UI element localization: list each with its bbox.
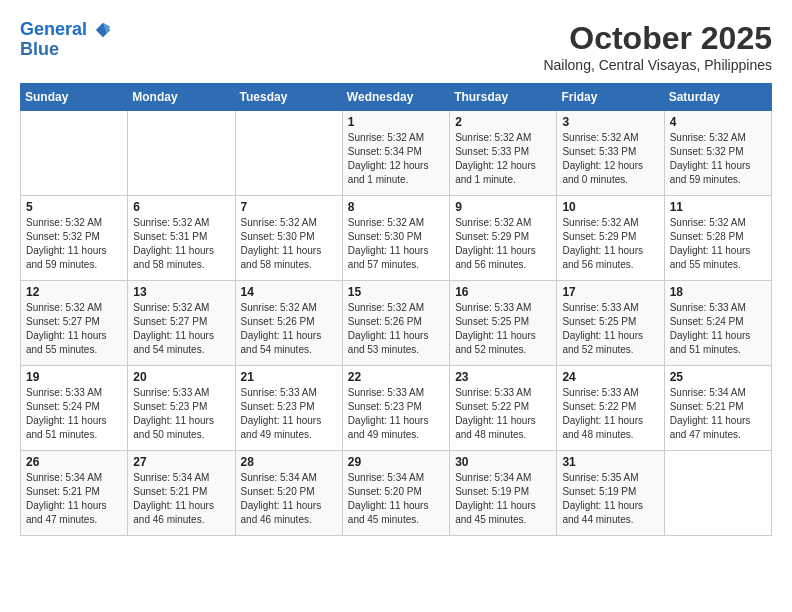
title-area: October 2025 Nailong, Central Visayas, P… [543, 20, 772, 73]
day-detail: Sunrise: 5:34 AM Sunset: 5:21 PM Dayligh… [26, 471, 122, 527]
day-detail: Sunrise: 5:32 AM Sunset: 5:30 PM Dayligh… [241, 216, 337, 272]
day-detail: Sunrise: 5:33 AM Sunset: 5:24 PM Dayligh… [26, 386, 122, 442]
calendar-cell: 10Sunrise: 5:32 AM Sunset: 5:29 PM Dayli… [557, 196, 664, 281]
logo: General Blue [20, 20, 112, 60]
day-number: 8 [348, 200, 444, 214]
day-detail: Sunrise: 5:33 AM Sunset: 5:25 PM Dayligh… [562, 301, 658, 357]
day-number: 31 [562, 455, 658, 469]
calendar-cell: 12Sunrise: 5:32 AM Sunset: 5:27 PM Dayli… [21, 281, 128, 366]
day-number: 5 [26, 200, 122, 214]
day-number: 6 [133, 200, 229, 214]
day-detail: Sunrise: 5:32 AM Sunset: 5:27 PM Dayligh… [133, 301, 229, 357]
day-detail: Sunrise: 5:34 AM Sunset: 5:21 PM Dayligh… [670, 386, 766, 442]
calendar-week-row: 19Sunrise: 5:33 AM Sunset: 5:24 PM Dayli… [21, 366, 772, 451]
day-number: 28 [241, 455, 337, 469]
day-number: 18 [670, 285, 766, 299]
calendar-cell: 19Sunrise: 5:33 AM Sunset: 5:24 PM Dayli… [21, 366, 128, 451]
weekday-header-friday: Friday [557, 84, 664, 111]
day-detail: Sunrise: 5:32 AM Sunset: 5:34 PM Dayligh… [348, 131, 444, 187]
day-detail: Sunrise: 5:34 AM Sunset: 5:20 PM Dayligh… [241, 471, 337, 527]
day-number: 1 [348, 115, 444, 129]
day-number: 20 [133, 370, 229, 384]
logo-blue-text: Blue [20, 40, 112, 60]
day-detail: Sunrise: 5:33 AM Sunset: 5:25 PM Dayligh… [455, 301, 551, 357]
day-detail: Sunrise: 5:34 AM Sunset: 5:20 PM Dayligh… [348, 471, 444, 527]
day-number: 27 [133, 455, 229, 469]
weekday-header-tuesday: Tuesday [235, 84, 342, 111]
calendar-cell: 25Sunrise: 5:34 AM Sunset: 5:21 PM Dayli… [664, 366, 771, 451]
calendar-week-row: 1Sunrise: 5:32 AM Sunset: 5:34 PM Daylig… [21, 111, 772, 196]
calendar-cell: 29Sunrise: 5:34 AM Sunset: 5:20 PM Dayli… [342, 451, 449, 536]
page-header: General Blue October 2025 Nailong, Centr… [20, 20, 772, 73]
calendar-cell: 20Sunrise: 5:33 AM Sunset: 5:23 PM Dayli… [128, 366, 235, 451]
weekday-header-row: SundayMondayTuesdayWednesdayThursdayFrid… [21, 84, 772, 111]
calendar-cell: 31Sunrise: 5:35 AM Sunset: 5:19 PM Dayli… [557, 451, 664, 536]
day-number: 14 [241, 285, 337, 299]
day-detail: Sunrise: 5:32 AM Sunset: 5:26 PM Dayligh… [348, 301, 444, 357]
day-number: 25 [670, 370, 766, 384]
day-detail: Sunrise: 5:32 AM Sunset: 5:28 PM Dayligh… [670, 216, 766, 272]
day-detail: Sunrise: 5:32 AM Sunset: 5:29 PM Dayligh… [562, 216, 658, 272]
calendar-week-row: 26Sunrise: 5:34 AM Sunset: 5:21 PM Dayli… [21, 451, 772, 536]
location-title: Nailong, Central Visayas, Philippines [543, 57, 772, 73]
day-detail: Sunrise: 5:33 AM Sunset: 5:23 PM Dayligh… [348, 386, 444, 442]
day-detail: Sunrise: 5:33 AM Sunset: 5:23 PM Dayligh… [133, 386, 229, 442]
calendar-cell: 21Sunrise: 5:33 AM Sunset: 5:23 PM Dayli… [235, 366, 342, 451]
month-title: October 2025 [543, 20, 772, 57]
day-detail: Sunrise: 5:33 AM Sunset: 5:23 PM Dayligh… [241, 386, 337, 442]
day-detail: Sunrise: 5:33 AM Sunset: 5:24 PM Dayligh… [670, 301, 766, 357]
calendar-cell [664, 451, 771, 536]
day-number: 17 [562, 285, 658, 299]
day-detail: Sunrise: 5:32 AM Sunset: 5:33 PM Dayligh… [455, 131, 551, 187]
day-number: 9 [455, 200, 551, 214]
calendar-cell: 14Sunrise: 5:32 AM Sunset: 5:26 PM Dayli… [235, 281, 342, 366]
calendar-cell: 5Sunrise: 5:32 AM Sunset: 5:32 PM Daylig… [21, 196, 128, 281]
day-number: 11 [670, 200, 766, 214]
day-number: 23 [455, 370, 551, 384]
calendar-cell [128, 111, 235, 196]
day-number: 4 [670, 115, 766, 129]
calendar-table: SundayMondayTuesdayWednesdayThursdayFrid… [20, 83, 772, 536]
day-number: 30 [455, 455, 551, 469]
calendar-cell: 6Sunrise: 5:32 AM Sunset: 5:31 PM Daylig… [128, 196, 235, 281]
day-detail: Sunrise: 5:32 AM Sunset: 5:26 PM Dayligh… [241, 301, 337, 357]
day-number: 26 [26, 455, 122, 469]
day-number: 21 [241, 370, 337, 384]
day-number: 2 [455, 115, 551, 129]
weekday-header-monday: Monday [128, 84, 235, 111]
day-detail: Sunrise: 5:35 AM Sunset: 5:19 PM Dayligh… [562, 471, 658, 527]
weekday-header-wednesday: Wednesday [342, 84, 449, 111]
calendar-week-row: 12Sunrise: 5:32 AM Sunset: 5:27 PM Dayli… [21, 281, 772, 366]
day-detail: Sunrise: 5:32 AM Sunset: 5:27 PM Dayligh… [26, 301, 122, 357]
calendar-cell: 1Sunrise: 5:32 AM Sunset: 5:34 PM Daylig… [342, 111, 449, 196]
day-detail: Sunrise: 5:34 AM Sunset: 5:19 PM Dayligh… [455, 471, 551, 527]
day-number: 22 [348, 370, 444, 384]
calendar-cell: 18Sunrise: 5:33 AM Sunset: 5:24 PM Dayli… [664, 281, 771, 366]
calendar-cell: 30Sunrise: 5:34 AM Sunset: 5:19 PM Dayli… [450, 451, 557, 536]
day-number: 3 [562, 115, 658, 129]
calendar-cell: 3Sunrise: 5:32 AM Sunset: 5:33 PM Daylig… [557, 111, 664, 196]
calendar-cell: 9Sunrise: 5:32 AM Sunset: 5:29 PM Daylig… [450, 196, 557, 281]
calendar-cell: 8Sunrise: 5:32 AM Sunset: 5:30 PM Daylig… [342, 196, 449, 281]
day-number: 7 [241, 200, 337, 214]
day-detail: Sunrise: 5:32 AM Sunset: 5:30 PM Dayligh… [348, 216, 444, 272]
day-number: 29 [348, 455, 444, 469]
weekday-header-saturday: Saturday [664, 84, 771, 111]
calendar-week-row: 5Sunrise: 5:32 AM Sunset: 5:32 PM Daylig… [21, 196, 772, 281]
day-detail: Sunrise: 5:32 AM Sunset: 5:31 PM Dayligh… [133, 216, 229, 272]
calendar-cell: 11Sunrise: 5:32 AM Sunset: 5:28 PM Dayli… [664, 196, 771, 281]
calendar-cell: 23Sunrise: 5:33 AM Sunset: 5:22 PM Dayli… [450, 366, 557, 451]
day-detail: Sunrise: 5:34 AM Sunset: 5:21 PM Dayligh… [133, 471, 229, 527]
day-number: 16 [455, 285, 551, 299]
calendar-cell: 7Sunrise: 5:32 AM Sunset: 5:30 PM Daylig… [235, 196, 342, 281]
calendar-cell [235, 111, 342, 196]
day-number: 12 [26, 285, 122, 299]
day-number: 10 [562, 200, 658, 214]
calendar-cell: 27Sunrise: 5:34 AM Sunset: 5:21 PM Dayli… [128, 451, 235, 536]
calendar-cell: 26Sunrise: 5:34 AM Sunset: 5:21 PM Dayli… [21, 451, 128, 536]
day-number: 13 [133, 285, 229, 299]
weekday-header-thursday: Thursday [450, 84, 557, 111]
calendar-cell: 4Sunrise: 5:32 AM Sunset: 5:32 PM Daylig… [664, 111, 771, 196]
calendar-cell [21, 111, 128, 196]
calendar-cell: 16Sunrise: 5:33 AM Sunset: 5:25 PM Dayli… [450, 281, 557, 366]
